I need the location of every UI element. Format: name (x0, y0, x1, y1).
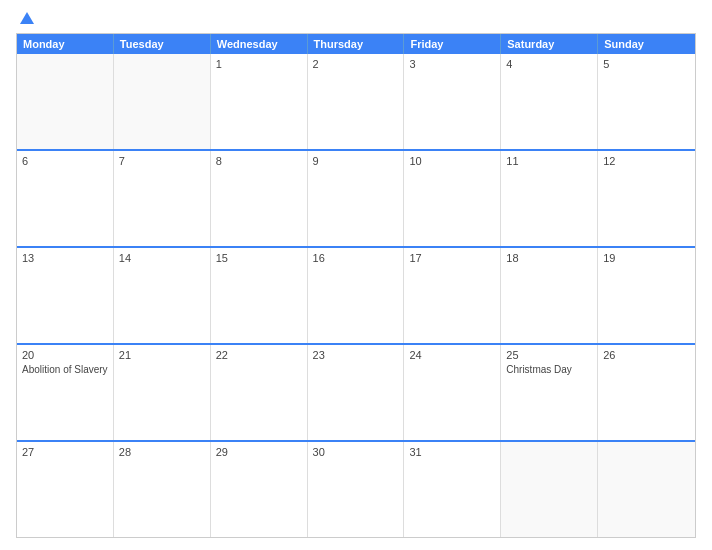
day-number: 9 (313, 155, 399, 167)
calendar-day-cell: 12 (598, 151, 695, 246)
calendar-header-cell: Friday (404, 34, 501, 54)
calendar-day-cell: 8 (211, 151, 308, 246)
calendar-header-cell: Saturday (501, 34, 598, 54)
calendar-header-cell: Tuesday (114, 34, 211, 54)
calendar-day-cell: 15 (211, 248, 308, 343)
calendar-day-cell: 13 (17, 248, 114, 343)
calendar-day-cell: 26 (598, 345, 695, 440)
day-number: 2 (313, 58, 399, 70)
day-number: 10 (409, 155, 495, 167)
day-number: 18 (506, 252, 592, 264)
calendar-day-cell: 2 (308, 54, 405, 149)
day-number: 27 (22, 446, 108, 458)
day-number: 23 (313, 349, 399, 361)
calendar-header-cell: Thursday (308, 34, 405, 54)
calendar-week: 20Abolition of Slavery2122232425Christma… (17, 345, 695, 442)
day-number: 8 (216, 155, 302, 167)
day-number: 6 (22, 155, 108, 167)
calendar-header-cell: Sunday (598, 34, 695, 54)
day-number: 11 (506, 155, 592, 167)
event-label: Abolition of Slavery (22, 363, 108, 376)
day-number: 19 (603, 252, 690, 264)
page-header (16, 12, 696, 25)
day-number: 29 (216, 446, 302, 458)
event-label: Christmas Day (506, 363, 592, 376)
day-number: 24 (409, 349, 495, 361)
calendar-day-cell (114, 54, 211, 149)
day-number: 4 (506, 58, 592, 70)
day-number: 20 (22, 349, 108, 361)
day-number: 30 (313, 446, 399, 458)
calendar-day-cell: 19 (598, 248, 695, 343)
calendar-day-cell: 14 (114, 248, 211, 343)
calendar-day-cell: 20Abolition of Slavery (17, 345, 114, 440)
calendar-header-cell: Monday (17, 34, 114, 54)
day-number: 1 (216, 58, 302, 70)
calendar-day-cell: 17 (404, 248, 501, 343)
day-number: 13 (22, 252, 108, 264)
calendar-header-cell: Wednesday (211, 34, 308, 54)
calendar-day-cell: 6 (17, 151, 114, 246)
calendar-day-cell: 24 (404, 345, 501, 440)
day-number: 25 (506, 349, 592, 361)
day-number: 14 (119, 252, 205, 264)
calendar-day-cell (598, 442, 695, 537)
calendar-body: 1234567891011121314151617181920Abolition… (17, 54, 695, 537)
calendar-day-cell: 25Christmas Day (501, 345, 598, 440)
calendar-grid: MondayTuesdayWednesdayThursdayFridaySatu… (16, 33, 696, 538)
calendar-day-cell: 16 (308, 248, 405, 343)
day-number: 7 (119, 155, 205, 167)
calendar-day-cell: 29 (211, 442, 308, 537)
calendar-day-cell: 30 (308, 442, 405, 537)
calendar-day-cell: 22 (211, 345, 308, 440)
calendar-day-cell: 23 (308, 345, 405, 440)
calendar-day-cell: 3 (404, 54, 501, 149)
calendar-day-cell: 28 (114, 442, 211, 537)
logo (16, 12, 36, 25)
day-number: 16 (313, 252, 399, 264)
calendar-day-cell: 1 (211, 54, 308, 149)
calendar-day-cell (17, 54, 114, 149)
day-number: 31 (409, 446, 495, 458)
calendar-header: MondayTuesdayWednesdayThursdayFridaySatu… (17, 34, 695, 54)
calendar-week: 2728293031 (17, 442, 695, 537)
day-number: 15 (216, 252, 302, 264)
calendar-day-cell: 10 (404, 151, 501, 246)
calendar-week: 13141516171819 (17, 248, 695, 345)
day-number: 12 (603, 155, 690, 167)
day-number: 22 (216, 349, 302, 361)
calendar-page: MondayTuesdayWednesdayThursdayFridaySatu… (0, 0, 712, 550)
day-number: 28 (119, 446, 205, 458)
calendar-week: 6789101112 (17, 151, 695, 248)
calendar-week: 12345 (17, 54, 695, 151)
day-number: 5 (603, 58, 690, 70)
day-number: 26 (603, 349, 690, 361)
calendar-day-cell: 9 (308, 151, 405, 246)
calendar-day-cell: 27 (17, 442, 114, 537)
calendar-day-cell: 11 (501, 151, 598, 246)
calendar-day-cell: 31 (404, 442, 501, 537)
calendar-day-cell: 7 (114, 151, 211, 246)
day-number: 21 (119, 349, 205, 361)
calendar-day-cell: 5 (598, 54, 695, 149)
calendar-day-cell (501, 442, 598, 537)
calendar-day-cell: 4 (501, 54, 598, 149)
logo-triangle-icon (20, 12, 34, 24)
calendar-day-cell: 21 (114, 345, 211, 440)
day-number: 17 (409, 252, 495, 264)
calendar-day-cell: 18 (501, 248, 598, 343)
day-number: 3 (409, 58, 495, 70)
